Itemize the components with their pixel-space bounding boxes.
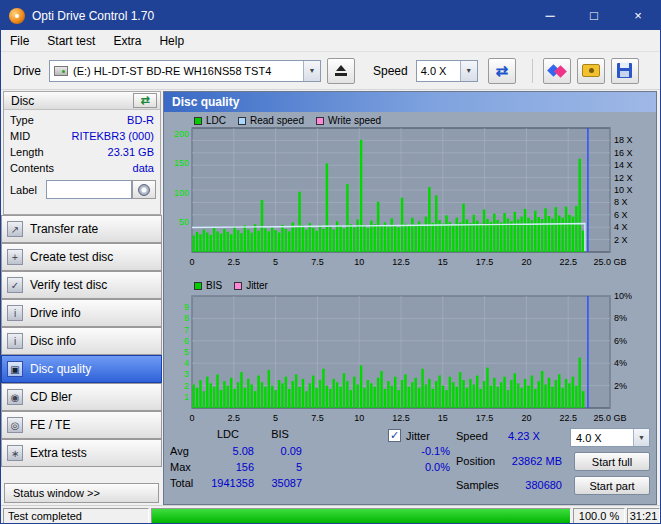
svg-text:2.5: 2.5 — [228, 413, 241, 423]
start-part-button[interactable]: Start part — [574, 476, 650, 495]
screenshot-button[interactable] — [577, 58, 605, 84]
menu-start-test[interactable]: Start test — [38, 31, 104, 51]
svg-text:0: 0 — [189, 257, 194, 267]
avg-jitter-value: -0.1% — [402, 445, 450, 457]
speed-select-value: 4.0 X — [421, 65, 447, 77]
minimize-icon[interactable]: ─ — [528, 1, 572, 30]
drive-icon — [54, 66, 68, 76]
sidebar-item-cd-bler[interactable]: ◉ CD Bler — [1, 383, 162, 411]
svg-text:8%: 8% — [614, 313, 627, 323]
start-full-label: Start full — [592, 456, 632, 468]
progress-percent: 100.0 % — [573, 508, 625, 524]
disc-label-input[interactable] — [46, 180, 132, 199]
bis-legend-swatch — [194, 282, 202, 290]
cd-bler-icon: ◉ — [7, 389, 23, 405]
svg-text:12.5: 12.5 — [392, 257, 410, 267]
total-ldc-value: 1941358 — [202, 477, 254, 489]
sidebar-item-extra-tests[interactable]: ∗ Extra tests — [1, 439, 162, 467]
menubar: File Start test Extra Help — [1, 30, 660, 52]
sidebar-item-label: CD Bler — [30, 390, 72, 404]
svg-text:2.5: 2.5 — [228, 257, 241, 267]
disc-label-button[interactable] — [132, 180, 156, 199]
svg-text:9: 9 — [184, 302, 189, 312]
disc-label-label: Label — [10, 184, 37, 196]
svg-text:20: 20 — [521, 257, 531, 267]
disc-icon — [138, 184, 150, 196]
svg-text:22.5: 22.5 — [559, 413, 577, 423]
stats-area: LDC BIS Avg 5.08 0.09 Max 156 5 Total 19… — [164, 428, 656, 506]
svg-text:10 X: 10 X — [614, 185, 633, 195]
disc-length-row: Length 23.31 GB — [10, 146, 154, 161]
panel-title: Disc quality — [172, 95, 239, 109]
maximize-icon[interactable]: □ — [572, 1, 616, 30]
svg-text:7.5: 7.5 — [311, 413, 324, 423]
svg-text:150: 150 — [174, 158, 189, 168]
scan-speed-select[interactable]: 4.0 X ▼ — [570, 428, 650, 447]
svg-text:6: 6 — [184, 336, 189, 346]
palette-button[interactable] — [543, 58, 571, 84]
svg-text:25.0 GB: 25.0 GB — [593, 413, 626, 423]
sidebar-item-disc-info[interactable]: i Disc info — [1, 327, 162, 355]
refresh-button[interactable]: ⇄ — [488, 58, 516, 84]
close-icon[interactable]: × — [616, 1, 660, 30]
ldc-column-header: LDC — [202, 428, 254, 440]
jitter-checkbox-label: Jitter — [406, 430, 430, 442]
toolbar-separator — [532, 59, 533, 83]
disc-length-label: Length — [10, 146, 44, 158]
toolbar: Drive (E:) HL-DT-ST BD-RE WH16NS58 TST4 … — [1, 52, 660, 90]
fe-te-icon: ◎ — [7, 417, 23, 433]
sidebar-item-label: Verify test disc — [30, 278, 107, 292]
eject-button[interactable] — [327, 58, 355, 84]
start-full-button[interactable]: Start full — [574, 452, 650, 471]
svg-text:10: 10 — [354, 257, 364, 267]
sidebar-item-disc-quality[interactable]: ▣ Disc quality — [1, 355, 162, 383]
svg-text:5: 5 — [273, 257, 278, 267]
disc-quality-panel: Disc quality LDC Read speed Write speed … — [163, 91, 657, 505]
status-window-button[interactable]: Status window >> — [4, 483, 159, 503]
sidebar-item-verify-test-disc[interactable]: ✓ Verify test disc — [1, 271, 162, 299]
titlebar: Opti Drive Control 1.70 ─ □ × — [1, 1, 660, 30]
speed-select[interactable]: 4.0 X ▼ — [416, 60, 478, 82]
svg-text:12.5: 12.5 — [392, 413, 410, 423]
statusbar: Test completed 100.0 % 31:21 — [1, 505, 660, 524]
avg-ldc-value: 5.08 — [202, 445, 254, 457]
total-row-label: Total — [170, 477, 193, 489]
ldc-read-speed-chart: 2 X4 X6 X8 X10 X12 X14 X16 X18 X02.557.5… — [166, 124, 656, 276]
svg-text:4 X: 4 X — [614, 222, 628, 232]
sidebar-item-label: Create test disc — [30, 250, 113, 264]
menu-file[interactable]: File — [1, 31, 38, 51]
svg-text:25.0 GB: 25.0 GB — [593, 257, 626, 267]
drive-select[interactable]: (E:) HL-DT-ST BD-RE WH16NS58 TST4 ▼ — [49, 60, 321, 82]
app-window: Opti Drive Control 1.70 ─ □ × File Start… — [0, 0, 661, 524]
sidebar-item-transfer-rate[interactable]: ↗ Transfer rate — [1, 215, 162, 243]
progress-bar — [151, 508, 571, 524]
transfer-rate-icon: ↗ — [7, 221, 23, 237]
svg-text:100: 100 — [174, 188, 189, 198]
svg-text:10: 10 — [354, 413, 364, 423]
menu-help[interactable]: Help — [150, 31, 193, 51]
app-icon — [9, 8, 25, 24]
svg-text:6%: 6% — [614, 336, 627, 346]
sidebar-item-fe-te[interactable]: ◎ FE / TE — [1, 411, 162, 439]
sidebar-item-create-test-disc[interactable]: + Create test disc — [1, 243, 162, 271]
chevron-down-icon: ▼ — [633, 429, 649, 446]
svg-text:8 X: 8 X — [614, 197, 628, 207]
svg-text:0: 0 — [189, 413, 194, 423]
menu-extra[interactable]: Extra — [104, 31, 150, 51]
drive-select-value: (E:) HL-DT-ST BD-RE WH16NS58 TST4 — [73, 65, 271, 77]
save-button[interactable] — [611, 58, 639, 84]
disc-groupbox-header: Disc ⇄ — [4, 92, 160, 110]
disc-type-value: BD-R — [127, 114, 154, 126]
scan-speed-select-value: 4.0 X — [576, 432, 602, 444]
svg-text:7: 7 — [184, 325, 189, 335]
jitter-checkbox[interactable]: ✓ — [388, 429, 401, 442]
svg-text:50: 50 — [179, 217, 189, 227]
jitter-legend-label: Jitter — [246, 280, 268, 291]
sidebar-item-drive-info[interactable]: i Drive info — [1, 299, 162, 327]
samples-stat-value: 380680 — [500, 479, 562, 491]
svg-text:14 X: 14 X — [614, 160, 633, 170]
svg-text:18 X: 18 X — [614, 135, 633, 145]
max-row-label: Max — [170, 461, 191, 473]
svg-text:200: 200 — [174, 129, 189, 139]
disc-refresh-button[interactable]: ⇄ — [133, 93, 157, 108]
